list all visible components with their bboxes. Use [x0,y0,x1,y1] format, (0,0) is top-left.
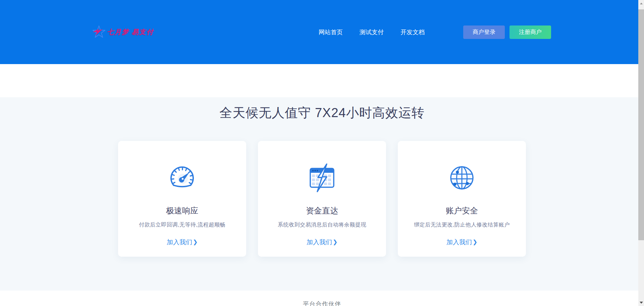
merchant-login-button[interactable]: 商户登录 [463,26,505,39]
feature-card-funds: 资金直达 系统收到交易消息后自动将余额提现 加入我们 ❯ [258,141,386,257]
join-us-label: 加入我们 [307,238,332,247]
spacer-band [0,64,644,97]
join-us-link[interactable]: 加入我们 ❯ [307,238,337,247]
globe-icon [446,162,478,194]
star-logo-icon [92,26,106,39]
feature-cards: 极速响应 付款后立即回调,无等待,流程超顺畅 加入我们 ❯ [0,141,644,257]
join-us-link[interactable]: 加入我们 ❯ [167,238,198,247]
feature-title: 账户安全 [446,205,478,216]
feature-card-security: 账户安全 绑定后无法更改,防止他人修改结算账户 加入我们 ❯ [398,141,526,257]
features-section: 全天候无人值守 7X24小时高效运转 [0,97,644,291]
scroll-up-arrow-icon[interactable] [638,0,644,7]
join-us-link[interactable]: 加入我们 ❯ [446,238,477,247]
vertical-scrollbar[interactable] [638,0,644,306]
join-us-label: 加入我们 [167,238,192,247]
lightning-window-icon [306,162,338,194]
partners-title: 平台合作伙伴 [0,300,644,306]
feature-title: 资金直达 [306,205,338,216]
merchant-register-button[interactable]: 注册商户 [509,26,551,39]
nav-item-dev-docs[interactable]: 开发文档 [400,28,425,36]
feature-title: 极速响应 [166,205,198,216]
scrollbar-thumb[interactable] [638,9,644,240]
header-buttons: 商户登录 注册商户 [463,26,551,39]
partners-section: 平台合作伙伴 [0,291,644,306]
feature-description: 系统收到交易消息后自动将余额提现 [278,221,366,228]
chevron-right-icon: ❯ [333,239,337,246]
brand-logo[interactable]: 七月梦 易支付 [92,26,154,39]
scroll-down-arrow-icon[interactable] [638,299,644,306]
chevron-right-icon: ❯ [473,239,477,246]
site-header: 七月梦 易支付 网站首页 测试支付 开发文档 商户登录 注册商户 [0,0,644,64]
nav-item-home[interactable]: 网站首页 [319,28,343,36]
nav-item-test-pay[interactable]: 测试支付 [360,28,384,36]
brand-name: 七月梦 易支付 [107,28,154,37]
feature-description: 绑定后无法更改,防止他人修改结算账户 [414,221,509,228]
join-us-label: 加入我们 [446,238,472,247]
hero-title: 全天候无人值守 7X24小时高效运转 [0,105,644,121]
chevron-right-icon: ❯ [193,239,198,246]
feature-card-speed: 极速响应 付款后立即回调,无等待,流程超顺畅 加入我们 ❯ [118,141,246,257]
feature-description: 付款后立即回调,无等待,流程超顺畅 [139,221,225,228]
speedometer-icon [166,162,198,194]
main-nav: 网站首页 测试支付 开发文档 [319,28,425,36]
